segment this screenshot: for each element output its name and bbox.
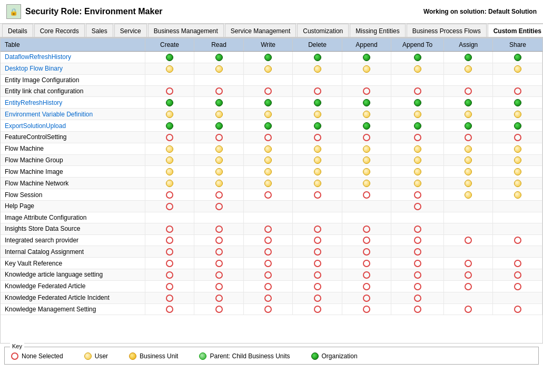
cell-share[interactable] [493, 246, 542, 258]
cell-appendTo[interactable] [391, 143, 444, 154]
cell-appendTo[interactable] [391, 120, 444, 132]
cell-append[interactable] [342, 109, 391, 120]
cell-read[interactable] [194, 223, 244, 234]
cell-assign[interactable] [443, 212, 493, 223]
cell-share[interactable] [493, 292, 542, 303]
cell-read[interactable] [194, 246, 244, 258]
cell-read[interactable] [194, 85, 244, 97]
cell-read[interactable] [194, 131, 244, 143]
cell-delete[interactable] [293, 303, 342, 315]
cell-read[interactable] [194, 74, 244, 85]
cell-read[interactable] [194, 189, 244, 201]
cell-share[interactable] [493, 63, 542, 74]
cell-write[interactable] [243, 234, 293, 246]
cell-appendTo[interactable] [391, 292, 444, 303]
cell-assign[interactable] [443, 234, 493, 246]
cell-delete[interactable] [293, 246, 342, 258]
cell-share[interactable] [493, 154, 542, 166]
cell-delete[interactable] [293, 292, 342, 303]
cell-write[interactable] [243, 178, 293, 189]
cell-share[interactable] [493, 52, 542, 63]
cell-appendTo[interactable] [391, 85, 444, 97]
tab-details[interactable]: Details [2, 24, 33, 38]
cell-delete[interactable] [293, 200, 342, 212]
cell-create[interactable] [145, 189, 194, 201]
cell-appendTo[interactable] [391, 74, 444, 85]
cell-append[interactable] [342, 74, 391, 85]
cell-share[interactable] [493, 258, 542, 269]
cell-appendTo[interactable] [391, 166, 444, 178]
cell-read[interactable] [194, 97, 244, 109]
cell-appendTo[interactable] [391, 303, 444, 315]
cell-appendTo[interactable] [391, 178, 444, 189]
cell-write[interactable] [243, 85, 293, 97]
cell-append[interactable] [342, 212, 391, 223]
cell-read[interactable] [194, 280, 244, 292]
cell-append[interactable] [342, 120, 391, 132]
cell-append[interactable] [342, 234, 391, 246]
cell-read[interactable] [194, 234, 244, 246]
tab-custom-entities[interactable]: Custom Entities [488, 24, 543, 38]
cell-create[interactable] [145, 246, 194, 258]
cell-create[interactable] [145, 166, 194, 178]
cell-share[interactable] [493, 74, 542, 85]
cell-share[interactable] [493, 143, 542, 154]
cell-delete[interactable] [293, 154, 342, 166]
cell-append[interactable] [342, 303, 391, 315]
cell-appendTo[interactable] [391, 223, 444, 234]
cell-create[interactable] [145, 154, 194, 166]
cell-share[interactable] [493, 178, 542, 189]
tab-customization[interactable]: Customization [297, 24, 349, 38]
cell-read[interactable] [194, 109, 244, 120]
tab-business-process-flows[interactable]: Business Process Flows [407, 24, 487, 38]
cell-create[interactable] [145, 120, 194, 132]
cell-delete[interactable] [293, 189, 342, 201]
cell-append[interactable] [342, 85, 391, 97]
cell-share[interactable] [493, 189, 542, 201]
cell-write[interactable] [243, 154, 293, 166]
cell-append[interactable] [342, 166, 391, 178]
cell-create[interactable] [145, 280, 194, 292]
cell-assign[interactable] [443, 74, 493, 85]
cell-delete[interactable] [293, 166, 342, 178]
cell-assign[interactable] [443, 303, 493, 315]
cell-assign[interactable] [443, 143, 493, 154]
cell-share[interactable] [493, 280, 542, 292]
cell-assign[interactable] [443, 52, 493, 63]
cell-assign[interactable] [443, 85, 493, 97]
cell-create[interactable] [145, 269, 194, 281]
cell-delete[interactable] [293, 120, 342, 132]
table-container[interactable]: Table Create Read Write Delete Append Ap… [0, 38, 543, 344]
cell-write[interactable] [243, 189, 293, 201]
cell-share[interactable] [493, 131, 542, 143]
cell-create[interactable] [145, 109, 194, 120]
cell-write[interactable] [243, 280, 293, 292]
cell-create[interactable] [145, 234, 194, 246]
cell-write[interactable] [243, 269, 293, 281]
cell-create[interactable] [145, 143, 194, 154]
cell-share[interactable] [493, 223, 542, 234]
cell-share[interactable] [493, 303, 542, 315]
cell-read[interactable] [194, 143, 244, 154]
cell-create[interactable] [145, 63, 194, 74]
cell-create[interactable] [145, 223, 194, 234]
cell-assign[interactable] [443, 280, 493, 292]
cell-assign[interactable] [443, 258, 493, 269]
cell-delete[interactable] [293, 109, 342, 120]
cell-write[interactable] [243, 97, 293, 109]
tab-service[interactable]: Service [114, 24, 147, 38]
cell-read[interactable] [194, 166, 244, 178]
cell-appendTo[interactable] [391, 200, 444, 212]
cell-write[interactable] [243, 131, 293, 143]
cell-assign[interactable] [443, 63, 493, 74]
cell-appendTo[interactable] [391, 234, 444, 246]
cell-create[interactable] [145, 131, 194, 143]
row-name[interactable]: Desktop Flow Binary [1, 63, 145, 74]
cell-delete[interactable] [293, 212, 342, 223]
cell-read[interactable] [194, 269, 244, 281]
cell-delete[interactable] [293, 85, 342, 97]
cell-read[interactable] [194, 178, 244, 189]
cell-write[interactable] [243, 166, 293, 178]
cell-append[interactable] [342, 154, 391, 166]
cell-delete[interactable] [293, 63, 342, 74]
